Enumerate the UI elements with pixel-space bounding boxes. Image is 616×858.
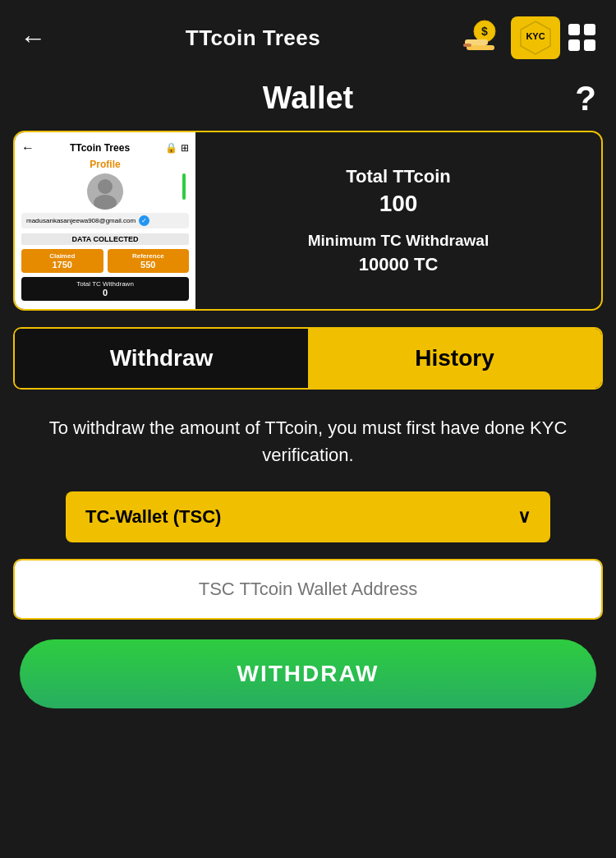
dropdown-selected-value: TC-Wallet (TSC)	[85, 506, 221, 528]
reference-box: Reference 550	[108, 249, 190, 273]
header-icons: $ KYC	[460, 16, 596, 59]
mini-back-icon: ←	[21, 141, 34, 155]
wallet-address-input[interactable]	[15, 560, 601, 618]
mini-app-name: TTcoin Trees	[70, 142, 130, 154]
data-collected-label: DATA COLLECTED	[21, 233, 189, 245]
profile-mini-card: ← TTcoin Trees 🔒⊞ Profile madusankasanje…	[15, 132, 195, 309]
svg-point-8	[98, 179, 113, 194]
claimed-value: 1750	[23, 260, 102, 270]
help-button[interactable]: ?	[575, 79, 596, 118]
main-card: ← TTcoin Trees 🔒⊞ Profile madusankasanje…	[13, 131, 603, 311]
avatar	[87, 173, 123, 210]
green-bar	[182, 173, 186, 200]
coin-info: Total TTcoin 100 Minimum TC Withdrawal 1…	[195, 132, 601, 309]
claimed-box: Claimed 1750	[21, 249, 103, 273]
email-row: madusankasanjeewa908@gmail.com ✓	[21, 213, 189, 228]
total-withdrawn-box: Total TC Withdrawn 0	[21, 277, 189, 301]
total-withdrawn-value: 0	[26, 288, 184, 298]
email-text: madusankasanjeewa908@gmail.com	[26, 217, 136, 224]
claimed-label: Claimed	[23, 252, 102, 260]
min-withdrawal-label: Minimum TC Withdrawal	[308, 232, 489, 251]
header-title: TTcoin Trees	[186, 25, 320, 51]
total-ttcoin-label: Total TTcoin	[346, 166, 451, 187]
wallet-type-dropdown[interactable]: TC-Wallet (TSC) ∨	[66, 491, 550, 542]
tab-row: Withdraw History	[13, 327, 603, 390]
min-withdrawal-value: 10000 TC	[359, 254, 439, 275]
grid-icon[interactable]	[568, 24, 596, 52]
page-title: Wallet	[263, 81, 354, 116]
chevron-down-icon: ∨	[517, 506, 531, 528]
profile-label: Profile	[21, 159, 189, 170]
svg-text:KYC: KYC	[526, 31, 545, 41]
withdraw-button-wrapper: WITHDRAW	[20, 639, 596, 708]
wallet-title-row: Wallet ?	[0, 72, 616, 131]
header: ← TTcoin Trees $ KYC	[0, 0, 616, 72]
reference-value: 550	[109, 260, 188, 270]
back-button[interactable]: ←	[20, 23, 46, 53]
dropdown-wrapper: TC-Wallet (TSC) ∨	[66, 491, 550, 542]
withdraw-button[interactable]: WITHDRAW	[20, 639, 596, 708]
mini-icons: 🔒⊞	[165, 142, 189, 154]
info-text: To withdraw the amount of TTcoin, you mu…	[0, 406, 616, 491]
svg-text:$: $	[481, 25, 488, 38]
total-ttcoin-value: 100	[379, 191, 418, 217]
profile-inner: Profile madusankasanjeewa908@gmail.com ✓…	[21, 159, 189, 301]
wallet-address-input-wrapper	[13, 559, 603, 620]
tab-history[interactable]: History	[308, 329, 601, 388]
tab-withdraw[interactable]: Withdraw	[15, 329, 308, 388]
kyc-badge[interactable]: KYC	[511, 16, 560, 59]
reference-label: Reference	[109, 252, 188, 260]
svg-rect-4	[463, 44, 471, 47]
total-withdrawn-label: Total TC Withdrawn	[26, 280, 184, 288]
verified-icon: ✓	[139, 215, 149, 226]
coin-hand-icon: $	[460, 20, 503, 56]
stats-row: Claimed 1750 Reference 550	[21, 249, 189, 273]
